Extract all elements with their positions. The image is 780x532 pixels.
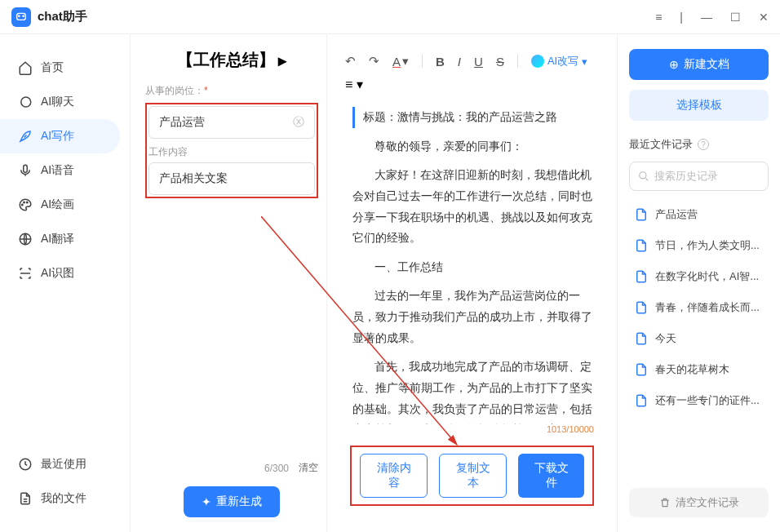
editor-char-count: 1013/10000 <box>335 424 609 434</box>
sidebar-item-writing[interactable]: AI写作 <box>0 119 120 153</box>
font-color-button[interactable]: A ▾ <box>392 54 409 69</box>
clock-icon <box>18 457 33 472</box>
file-item[interactable]: 在数字化时代，AI智... <box>629 263 769 290</box>
file-item[interactable]: 还有一些专门的证件... <box>629 387 769 415</box>
editor-toolbar: ↶ ↷ A ▾ B I U S AI改写 ▾ <box>335 49 609 73</box>
clear-files-button[interactable]: 清空文件记录 <box>629 488 769 517</box>
help-icon[interactable]: ? <box>698 139 709 150</box>
svg-point-5 <box>24 202 25 203</box>
field-label-job: 从事的岗位：* <box>145 84 318 98</box>
align-button[interactable]: ≡ ▾ <box>345 78 363 91</box>
regenerate-button[interactable]: ✦ 重新生成 <box>184 486 280 517</box>
clear-content-button[interactable]: 清除内容 <box>360 454 428 498</box>
select-template-button[interactable]: 选择模板 <box>629 90 769 121</box>
underline-button[interactable]: U <box>474 55 483 69</box>
divider: | <box>680 11 683 24</box>
doc-icon <box>634 300 649 315</box>
file-label: 产品运营 <box>655 207 698 222</box>
editor-content[interactable]: 标题：激情与挑战：我的产品运营之路 尊敬的领导，亲爱的同事们： 大家好！在这辞旧… <box>335 99 609 424</box>
sidebar-item-label: AI语音 <box>41 163 74 178</box>
sidebar-item-home[interactable]: 首页 <box>0 51 130 85</box>
search-icon <box>638 171 649 182</box>
sidebar-item-voice[interactable]: AI语音 <box>0 153 130 188</box>
doc-heading: 一、工作总结 <box>352 257 594 278</box>
home-icon <box>18 60 33 75</box>
clear-input-icon[interactable]: ⓧ <box>293 115 304 130</box>
svg-point-9 <box>640 172 646 179</box>
recent-file-list: 产品运营 节日，作为人类文明... 在数字化时代，AI智... 青春，伴随着成长… <box>629 201 769 415</box>
maximize-button[interactable]: ☐ <box>730 11 741 24</box>
copy-text-button[interactable]: 复制文本 <box>439 454 507 498</box>
editor-panel: ↶ ↷ A ▾ B I U S AI改写 ▾ ≡ ▾ 标题：激情与挑战：我的产品… <box>326 34 617 532</box>
download-file-button[interactable]: 下载文件 <box>518 454 584 498</box>
file-label: 还有一些专门的证件... <box>655 393 760 408</box>
ai-icon <box>531 55 544 68</box>
menu-icon[interactable]: ≡ <box>655 11 662 24</box>
svg-point-6 <box>27 202 29 203</box>
sidebar-item-recent[interactable]: 最近使用 <box>0 447 130 481</box>
ai-rewrite-button[interactable]: AI改写 ▾ <box>531 54 587 69</box>
window-controls: ≡ | — ☐ ✕ <box>655 11 769 24</box>
svg-point-4 <box>22 204 24 206</box>
sidebar-item-label: AI翻译 <box>41 232 74 246</box>
scan-icon <box>18 266 33 281</box>
titlebar-left: chat助手 <box>11 7 87 27</box>
main: 首页 AI聊天 AI写作 AI语音 AI绘画 AI翻译 <box>0 34 780 532</box>
file-item[interactable]: 节日，作为人类文明... <box>629 232 769 259</box>
sidebar-item-chat[interactable]: AI聊天 <box>0 85 130 119</box>
field-label-content: 工作内容 <box>148 145 315 159</box>
translate-icon <box>18 232 33 246</box>
recent-files-heading: 最近文件记录 ? <box>629 137 769 152</box>
bold-button[interactable]: B <box>436 55 445 69</box>
doc-icon <box>634 331 649 346</box>
italic-button[interactable]: I <box>458 55 461 69</box>
file-item[interactable]: 春天的花草树木 <box>629 356 769 383</box>
plus-icon: ⊕ <box>669 58 679 71</box>
sidebar-item-translate[interactable]: AI翻译 <box>0 222 130 256</box>
right-panel: ⊕ 新建文档 选择模板 最近文件记录 ? 搜索历史记录 产品运营 节日，作为人类… <box>617 34 780 532</box>
job-input-row[interactable]: ⓧ <box>148 106 315 139</box>
chevron-right-icon[interactable]: ▸ <box>278 51 286 70</box>
doc-paragraph: 尊敬的领导，亲爱的同事们： <box>352 136 594 157</box>
annotation-box-inputs: ⓧ 工作内容 产品相关文案 <box>145 103 318 198</box>
sidebar-item-label: AI聊天 <box>41 95 74 109</box>
app-logo <box>11 7 31 27</box>
annotation-box-actions: 清除内容 复制文本 下载文件 <box>350 446 594 506</box>
sidebar-item-label: AI写作 <box>41 129 74 144</box>
svg-point-1 <box>22 15 24 17</box>
file-label: 节日，作为人类文明... <box>655 238 760 253</box>
doc-paragraph: 大家好！在这辞旧迎新的时刻，我想借此机会对自己过去一年的工作进行一次总结，同时也… <box>352 165 594 249</box>
app-title: chat助手 <box>38 9 87 24</box>
new-doc-button[interactable]: ⊕ 新建文档 <box>629 49 769 80</box>
strike-button[interactable]: S <box>496 55 504 69</box>
job-input[interactable] <box>159 116 293 129</box>
svg-point-0 <box>18 15 20 17</box>
file-item[interactable]: 今天 <box>629 325 769 352</box>
search-history-input[interactable]: 搜索历史记录 <box>629 162 769 191</box>
minimize-button[interactable]: — <box>701 11 712 24</box>
doc-icon <box>634 362 649 377</box>
editor-actions: 清除内容 复制文本 下载文件 <box>335 434 609 517</box>
redo-button[interactable]: ↷ <box>369 54 379 69</box>
undo-button[interactable]: ↶ <box>345 54 356 69</box>
svg-rect-3 <box>24 165 28 172</box>
doc-icon <box>634 207 649 222</box>
file-item[interactable]: 青春，伴随着成长而... <box>629 294 769 321</box>
clear-link[interactable]: 清空 <box>299 461 318 475</box>
sidebar-item-label: 最近使用 <box>41 457 86 472</box>
editor-toolbar-2: ≡ ▾ <box>335 73 609 99</box>
sidebar-item-label: AI绘画 <box>41 197 74 212</box>
close-button[interactable]: ✕ <box>759 11 769 24</box>
file-label: 在数字化时代，AI智... <box>655 269 759 284</box>
file-item[interactable]: 产品运营 <box>629 201 769 228</box>
doc-icon <box>634 393 649 408</box>
sidebar-item-label: AI识图 <box>41 266 74 281</box>
doc-paragraph: 首先，我成功地完成了产品的市场调研、定位、推广等前期工作，为产品的上市打下了坚实… <box>352 357 594 424</box>
sidebar-item-paint[interactable]: AI绘画 <box>0 188 130 222</box>
sidebar-item-vision[interactable]: AI识图 <box>0 256 130 290</box>
doc-paragraph: 过去的一年里，我作为产品运营岗位的一员，致力于推动我们产品的成功上市，并取得了显… <box>352 286 594 348</box>
content-input[interactable]: 产品相关文案 <box>148 162 315 195</box>
sidebar-item-label: 首页 <box>41 60 64 75</box>
file-label: 青春，伴随着成长而... <box>655 300 760 315</box>
sidebar-item-myfiles[interactable]: 我的文件 <box>0 481 130 516</box>
